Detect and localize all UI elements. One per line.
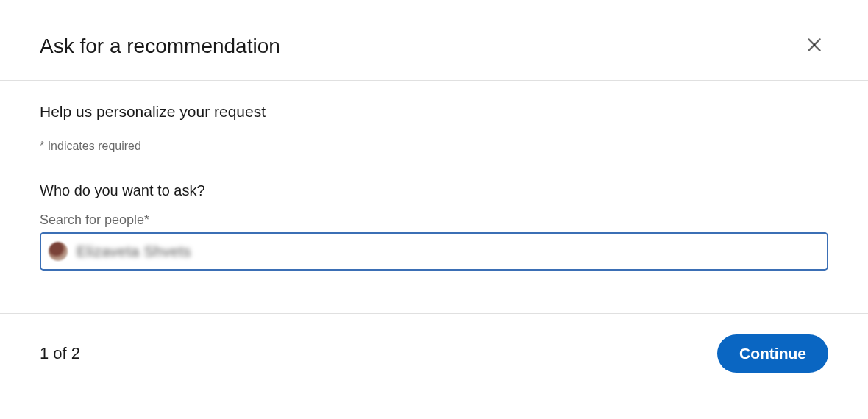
recommendation-modal: Ask for a recommendation Help us persona… [0, 0, 868, 419]
search-people-input[interactable] [75, 243, 819, 261]
step-indicator: 1 of 2 [40, 344, 80, 363]
modal-footer: 1 of 2 Continue [0, 313, 868, 393]
close-icon [805, 35, 824, 57]
person-avatar [49, 242, 68, 261]
personalize-subtitle: Help us personalize your request [40, 103, 828, 121]
close-button[interactable] [800, 31, 828, 61]
modal-header: Ask for a recommendation [0, 0, 868, 81]
who-to-ask-question: Who do you want to ask? [40, 182, 828, 199]
required-indicator-note: * Indicates required [40, 140, 828, 153]
modal-title: Ask for a recommendation [40, 35, 280, 58]
continue-button[interactable]: Continue [717, 334, 828, 373]
search-people-label: Search for people* [40, 212, 828, 228]
search-people-field[interactable] [40, 232, 828, 271]
modal-body: Help us personalize your request * Indic… [0, 81, 868, 271]
